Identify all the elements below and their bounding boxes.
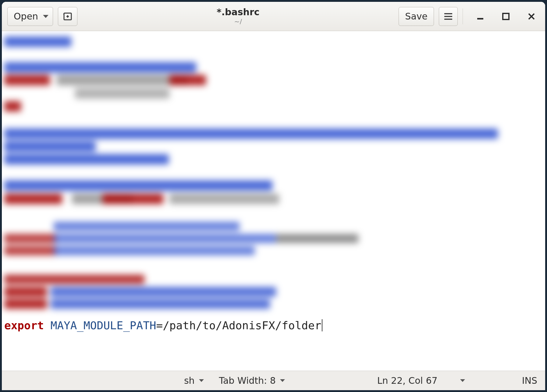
syntax-mode-label: sh <box>184 375 195 386</box>
chevron-down-icon <box>199 379 204 382</box>
headerbar-left: Open <box>7 7 77 26</box>
svg-rect-6 <box>477 18 483 19</box>
insert-mode-indicator[interactable]: INS <box>522 375 537 386</box>
keyword-export: export <box>4 319 44 332</box>
window-controls <box>472 8 540 25</box>
divider <box>463 9 463 24</box>
code-line: export MAYA_MODULE_PATH=/path/to/AdonisF… <box>4 319 322 332</box>
chevron-down-icon <box>43 15 48 18</box>
close-icon <box>527 12 535 20</box>
hamburger-icon <box>444 12 453 20</box>
cursor-position-label: Ln 22, Col 67 <box>377 375 438 386</box>
chevron-down-icon <box>280 379 285 382</box>
cursor-position-selector[interactable]: Ln 22, Col 67 <box>377 375 465 386</box>
save-button[interactable]: Save <box>399 7 434 26</box>
tab-width-selector[interactable]: Tab Width: 8 <box>219 375 285 386</box>
text-editor-area[interactable]: export MAYA_MODULE_PATH=/path/to/AdonisF… <box>2 31 545 371</box>
open-button[interactable]: Open <box>7 7 53 26</box>
close-button[interactable] <box>523 8 540 25</box>
text-cursor <box>322 319 322 331</box>
document-path: ~/ <box>234 18 242 26</box>
statusbar: sh Tab Width: 8 Ln 22, Col 67 INS <box>2 371 545 390</box>
env-var-name: MAYA_MODULE_PATH <box>51 319 156 332</box>
insert-mode-label: INS <box>522 375 537 386</box>
maximize-button[interactable] <box>498 8 514 25</box>
hamburger-menu-button[interactable] <box>439 7 458 26</box>
minimize-button[interactable] <box>472 8 488 25</box>
headerbar-right: Save <box>399 7 540 26</box>
open-label: Open <box>14 11 38 22</box>
svg-rect-7 <box>503 13 509 19</box>
editor-window: Open *.bashrc ~/ Save <box>2 2 545 390</box>
title-area: *.bashrc ~/ <box>82 7 394 26</box>
save-label: Save <box>405 11 428 22</box>
chevron-down-icon <box>460 379 465 382</box>
new-document-icon <box>62 12 73 21</box>
env-var-value: =/path/to/AdonisFX/folder <box>156 319 321 332</box>
maximize-icon <box>502 12 510 20</box>
minimize-icon <box>476 12 484 20</box>
syntax-mode-selector[interactable]: sh <box>184 375 204 386</box>
headerbar: Open *.bashrc ~/ Save <box>2 2 545 31</box>
new-tab-button[interactable] <box>58 7 77 26</box>
document-title: *.bashrc <box>217 7 260 18</box>
tab-width-label: Tab Width: 8 <box>219 375 276 386</box>
